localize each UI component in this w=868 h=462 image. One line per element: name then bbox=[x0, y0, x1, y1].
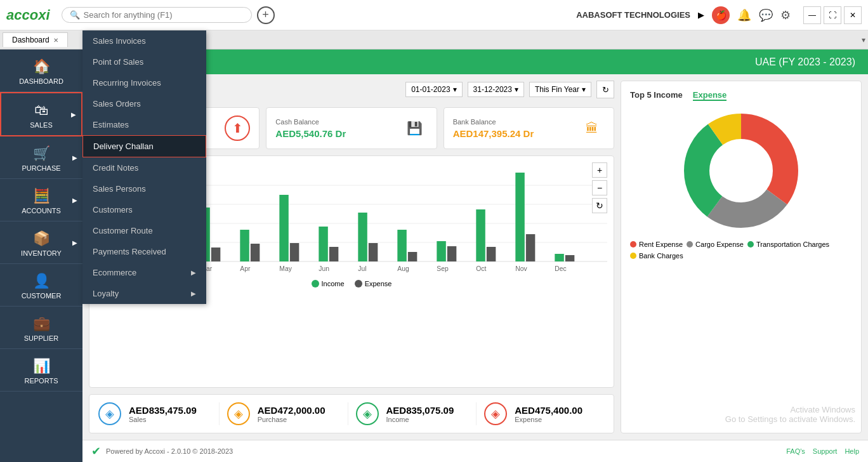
refresh-button[interactable]: ↻ bbox=[596, 81, 614, 98]
help-link[interactable]: Help bbox=[845, 447, 859, 455]
menu-item-recurring-invoices[interactable]: Recurring Invoices bbox=[82, 72, 206, 93]
user-avatar: 🍎 bbox=[712, 6, 730, 24]
message-icon[interactable]: 💬 bbox=[759, 8, 773, 22]
stat-income: ◈ AED835,075.09 Income bbox=[348, 402, 477, 425]
activate-windows-overlay: Activate Windows Go to Settings to activ… bbox=[725, 405, 855, 424]
add-button[interactable]: + bbox=[257, 6, 275, 24]
rent-expense-label: Rent Expense bbox=[639, 241, 683, 248]
minimize-button[interactable]: — bbox=[803, 6, 821, 24]
sidebar-label-dashboard: DASHBOARD bbox=[19, 77, 63, 85]
inventory-icon: 📦 bbox=[33, 230, 50, 247]
arrow-icon: ▶ bbox=[72, 154, 77, 161]
income-dot bbox=[312, 280, 319, 287]
menu-item-delivery-challan[interactable]: Delivery Challan bbox=[82, 135, 206, 157]
stat-expense: ◈ AED475,400.00 Expense bbox=[477, 402, 605, 425]
menu-item-loyalty[interactable]: Loyalty ▶ bbox=[82, 283, 206, 304]
date-from-input[interactable]: 01-01-2023 ▾ bbox=[405, 82, 462, 97]
search-icon: 🔍 bbox=[70, 10, 80, 20]
menu-item-ecommerce[interactable]: Ecommerce ▶ bbox=[82, 262, 206, 283]
sidebar-label-supplier: SUPPLIER bbox=[24, 334, 58, 342]
search-bar[interactable]: 🔍 bbox=[62, 7, 252, 23]
cargo-expense-dot bbox=[687, 241, 693, 248]
notification-icon[interactable]: 🔔 bbox=[737, 8, 751, 22]
svg-text:Nov: Nov bbox=[515, 265, 527, 272]
svg-text:Oct: Oct bbox=[476, 265, 486, 272]
top-right: AABASOFT TECHNOLOGIES ▶ 🍎 🔔 💬 ⚙ — ⛶ ✕ bbox=[576, 6, 862, 24]
expense-stat-text: AED475,400.00 Expense bbox=[515, 405, 582, 423]
svg-text:Dec: Dec bbox=[555, 265, 566, 272]
income-label: Income bbox=[386, 416, 454, 423]
income-stat-icon: ◈ bbox=[356, 402, 379, 425]
svg-rect-18 bbox=[329, 247, 338, 261]
menu-item-credit-notes[interactable]: Credit Notes bbox=[82, 157, 206, 178]
date-to-value: 31-12-2023 bbox=[473, 85, 512, 94]
maximize-button[interactable]: ⛶ bbox=[824, 6, 841, 24]
sidebar-label-customer: CUSTOMER bbox=[22, 292, 62, 300]
rent-expense-dot bbox=[630, 241, 636, 248]
search-input[interactable] bbox=[84, 10, 236, 20]
submenu-arrow-icon: ▶ bbox=[191, 269, 196, 276]
footer: ✔ Powered by Accoxi - 2.0.10 © 2018-2023… bbox=[82, 440, 868, 462]
expense-label: Expense bbox=[365, 280, 392, 287]
tab-arrow-icon[interactable]: ▾ bbox=[862, 36, 865, 44]
sidebar-label-sales: SALES bbox=[30, 121, 52, 129]
svg-rect-25 bbox=[476, 209, 485, 261]
chart-zoom-out-button[interactable]: − bbox=[592, 180, 607, 195]
menu-item-sales-orders[interactable]: Sales Orders bbox=[82, 93, 206, 114]
close-button[interactable]: ✕ bbox=[844, 6, 862, 24]
sidebar-item-customer[interactable]: 👤 CUSTOMER bbox=[0, 264, 82, 307]
sidebar-item-sales[interactable]: 🛍 SALES ▶ bbox=[0, 92, 82, 136]
bank-charges-dot bbox=[630, 253, 636, 259]
sidebar-item-reports[interactable]: 📊 REPORTS bbox=[0, 349, 82, 392]
sidebar-item-purchase[interactable]: 🛒 PURCHASE ▶ bbox=[0, 136, 82, 179]
legend-transportation: Transportation Charges bbox=[747, 241, 829, 248]
donut-income-tab[interactable]: Top 5 Income bbox=[630, 90, 683, 101]
bank-charges-label: Bank Charges bbox=[639, 252, 683, 260]
transportation-label: Transportation Charges bbox=[756, 241, 829, 248]
svg-rect-19 bbox=[358, 213, 367, 261]
menu-item-sales-persons[interactable]: Sales Persons bbox=[82, 178, 206, 199]
sidebar-item-dashboard[interactable]: 🏠 DASHBOARD bbox=[0, 50, 82, 92]
cash-balance-amount: AED5,540.76 Dr bbox=[275, 128, 346, 139]
transportation-dot bbox=[747, 241, 754, 248]
period-select[interactable]: This Fin Year ▾ bbox=[529, 82, 591, 97]
faq-link[interactable]: FAQ's bbox=[786, 447, 805, 455]
sidebar-item-accounts[interactable]: 🧮 ACCOUNTS ▶ bbox=[0, 179, 82, 221]
sidebar-item-supplier[interactable]: 💼 SUPPLIER bbox=[0, 307, 82, 349]
chart-zoom-in-button[interactable]: + bbox=[592, 162, 607, 178]
app-logo: accoxi bbox=[6, 7, 50, 23]
stat-sales: ◈ AED835,475.09 Sales bbox=[98, 402, 220, 425]
bank-balance-amount: AED147,395.24 Dr bbox=[453, 128, 534, 139]
support-link[interactable]: Support bbox=[813, 447, 838, 455]
sidebar-label-accounts: ACCOUNTS bbox=[22, 207, 61, 214]
menu-item-customers[interactable]: Customers bbox=[82, 199, 206, 220]
cash-balance-card: Cash Balance AED5,540.76 Dr 💾 bbox=[266, 107, 437, 149]
menu-item-sales-invoices[interactable]: Sales Invoices bbox=[82, 30, 206, 51]
cash-balance-text: Cash Balance AED5,540.76 Dr bbox=[275, 118, 346, 139]
sales-stat-icon: ◈ bbox=[98, 402, 121, 425]
payables-icon: ⬆ bbox=[225, 116, 250, 141]
donut-legend: Rent Expense Cargo Expense Transportatio… bbox=[630, 241, 852, 260]
settings-icon[interactable]: ⚙ bbox=[780, 8, 791, 22]
menu-item-customer-route[interactable]: Customer Route bbox=[82, 220, 206, 241]
svg-rect-24 bbox=[447, 246, 456, 261]
svg-text:May: May bbox=[279, 265, 292, 272]
menu-item-point-of-sales[interactable]: Point of Sales bbox=[82, 51, 206, 72]
chart-refresh-button[interactable]: ↻ bbox=[592, 198, 607, 213]
tab-dashboard[interactable]: Dashboard ✕ bbox=[3, 32, 68, 47]
sidebar-item-inventory[interactable]: 📦 INVENTORY ▶ bbox=[0, 221, 82, 264]
menu-item-estimates[interactable]: Estimates bbox=[82, 114, 206, 135]
sidebar: 🏠 DASHBOARD 🛍 SALES ▶ 🛒 PURCHASE ▶ 🧮 ACC… bbox=[0, 50, 82, 462]
tab-close-icon[interactable]: ✕ bbox=[53, 37, 58, 44]
reports-icon: 📊 bbox=[33, 358, 50, 374]
menu-item-payments-received[interactable]: Payments Received bbox=[82, 241, 206, 262]
donut-expense-tab[interactable]: Expense bbox=[693, 90, 727, 101]
activate-line1: Activate Windows bbox=[725, 405, 855, 414]
cargo-expense-label: Cargo Expense bbox=[695, 241, 744, 248]
date-to-input[interactable]: 31-12-2023 ▾ bbox=[468, 82, 524, 97]
purchase-icon: 🛒 bbox=[33, 145, 50, 162]
svg-text:Apr: Apr bbox=[240, 265, 251, 272]
legend-expense: Expense bbox=[355, 280, 392, 287]
svg-rect-26 bbox=[487, 247, 496, 261]
legend-rent-expense: Rent Expense bbox=[630, 241, 683, 248]
